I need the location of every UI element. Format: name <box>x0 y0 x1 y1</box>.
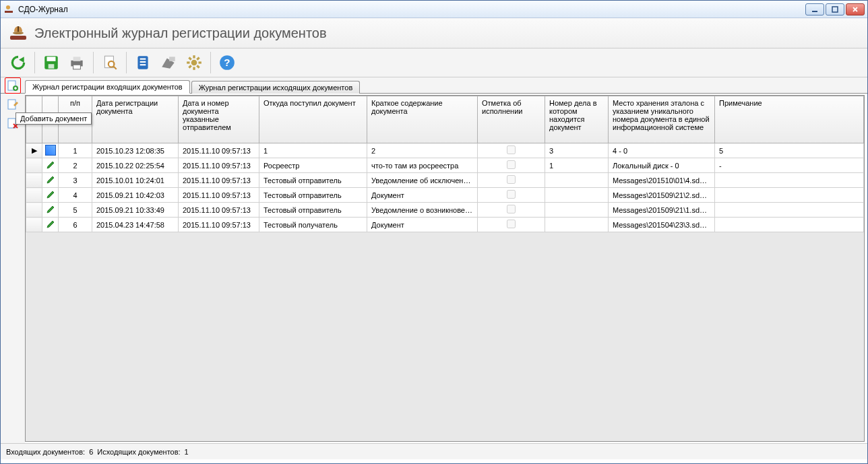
save-button[interactable] <box>39 51 63 75</box>
minimize-button[interactable] <box>805 3 824 15</box>
col-summary[interactable]: Краткое содержание документа <box>367 96 478 143</box>
scan-icon <box>160 54 177 71</box>
cell-edit[interactable] <box>42 173 59 188</box>
exec-checkbox[interactable] <box>507 205 516 213</box>
cell-edit[interactable] <box>42 203 59 218</box>
svg-point-0 <box>6 5 10 9</box>
maximize-button[interactable] <box>826 3 844 15</box>
col-note[interactable]: Примечание <box>715 96 864 143</box>
help-icon: ? <box>218 54 236 71</box>
table-body: ▶12015.10.23 12:08:352015.11.10 09:57:13… <box>26 143 864 232</box>
cell-storage: Messages\201509\21\2.sdo - ... <box>609 188 715 203</box>
cell-reg-date: 2015.10.22 02:25:54 <box>92 158 179 173</box>
cell-from: Тестовый отправитель <box>259 203 367 218</box>
edit-row-icon[interactable] <box>46 178 55 186</box>
cell-edit[interactable] <box>42 188 59 203</box>
table-row[interactable]: 52015.09.21 10:33:492015.11.10 09:57:13Т… <box>26 203 864 218</box>
col-from[interactable]: Откуда поступил документ <box>259 96 367 143</box>
exec-checkbox[interactable] <box>507 220 516 228</box>
cell-storage: Messages\201504\23\3.sdo - ... <box>609 218 715 232</box>
table-row[interactable]: ▶12015.10.23 12:08:352015.11.10 09:57:13… <box>26 143 864 158</box>
help-button[interactable]: ? <box>215 51 239 75</box>
col-reg-date[interactable]: Дата регистрации документа <box>92 96 179 143</box>
exec-checkbox[interactable] <box>507 145 516 154</box>
refresh-button[interactable] <box>6 51 30 75</box>
documents-table[interactable]: п/п Дата регистрации документа Дата и но… <box>26 96 864 232</box>
svg-marker-9 <box>19 57 24 63</box>
svg-rect-6 <box>10 36 26 40</box>
exec-checkbox[interactable] <box>507 175 516 184</box>
cell-edit[interactable] <box>42 218 59 232</box>
exec-checkbox[interactable] <box>507 160 516 169</box>
cell-exec[interactable] <box>478 173 545 188</box>
exec-checkbox[interactable] <box>507 190 516 199</box>
edit-row-icon[interactable] <box>46 163 55 171</box>
cell-from: 1 <box>259 143 367 158</box>
status-incoming-label: Входящих документов: <box>6 448 85 456</box>
settings-button[interactable] <box>182 51 206 75</box>
cell-summary: 2 <box>367 143 478 158</box>
row-pointer <box>26 218 42 232</box>
cell-edit[interactable] <box>42 143 59 158</box>
svg-line-31 <box>189 65 191 67</box>
col-storage[interactable]: Место хранения эталона с указанием уника… <box>609 96 715 143</box>
row-pointer <box>26 203 42 218</box>
cell-exec[interactable] <box>478 143 545 158</box>
print-button[interactable] <box>65 51 89 75</box>
cell-sender-date: 2015.11.10 09:57:13 <box>179 158 259 173</box>
cell-rownum: 1 <box>59 143 92 158</box>
journal-button[interactable] <box>131 51 155 75</box>
scan-button[interactable] <box>156 51 181 75</box>
search-doc-button[interactable] <box>98 51 122 75</box>
edit-row-icon[interactable] <box>46 207 55 216</box>
col-sender-date[interactable]: Дата и номер документа указанные отправи… <box>179 96 259 143</box>
cell-exec[interactable] <box>478 158 545 173</box>
side-toolbar: Добавить документ <box>1 94 25 443</box>
edit-document-button[interactable] <box>5 96 21 112</box>
cell-exec[interactable] <box>478 218 545 232</box>
cell-storage: Messages\201509\21\1.sdo - ... <box>609 203 715 218</box>
cell-rownum: 5 <box>59 203 92 218</box>
titlebar: СДО-Журнал <box>1 1 867 18</box>
cell-exec[interactable] <box>478 203 545 218</box>
tab-incoming[interactable]: Журнал регистрации входящих документов <box>25 80 190 94</box>
table-row[interactable]: 22015.10.22 02:25:542015.11.10 09:57:13Р… <box>26 158 864 173</box>
add-document-tooltip: Добавить документ <box>16 112 92 125</box>
cell-storage: Messages\201510\01\4.sdo - ... <box>609 173 715 188</box>
svg-rect-7 <box>18 26 19 32</box>
grid-container: п/п Дата регистрации документа Дата и но… <box>25 95 865 442</box>
edit-row-icon[interactable] <box>45 145 56 156</box>
svg-point-24 <box>191 60 197 66</box>
edit-row-icon[interactable] <box>46 193 55 201</box>
svg-rect-14 <box>73 57 81 61</box>
table-row[interactable]: 42015.09.21 10:42:032015.11.10 09:57:13Т… <box>26 188 864 203</box>
svg-rect-15 <box>73 65 81 69</box>
add-document-button[interactable] <box>5 77 21 94</box>
svg-rect-23 <box>169 57 175 61</box>
cell-sender-date: 2015.11.10 09:57:13 <box>179 218 259 232</box>
edit-row-icon[interactable] <box>46 222 55 230</box>
window-title: СДО-Журнал <box>18 5 805 14</box>
cell-reg-date: 2015.09.21 10:33:49 <box>92 203 179 218</box>
tabstrip: Журнал регистрации входящих документов Ж… <box>1 77 867 94</box>
status-outgoing-label: Исходящих документов: <box>97 448 180 456</box>
col-exec-mark[interactable]: Отметка об исполнении <box>478 96 545 143</box>
tab-outgoing[interactable]: Журнал регистрации исходящих документов <box>191 81 361 94</box>
col-case-num[interactable]: Номер дела в котором находится документ <box>545 96 609 143</box>
cell-from: Тестовый отправитель <box>259 173 367 188</box>
table-row[interactable]: 32015.10.01 10:24:012015.11.10 09:57:13Т… <box>26 173 864 188</box>
cell-reg-date: 2015.10.01 10:24:01 <box>92 173 179 188</box>
cell-exec[interactable] <box>478 188 545 203</box>
gear-icon <box>185 54 203 71</box>
cell-note <box>715 173 864 188</box>
table-row[interactable]: 62015.04.23 14:47:582015.11.10 09:57:13Т… <box>26 218 864 232</box>
cell-edit[interactable] <box>42 158 59 173</box>
cell-summary: что-то там из росреестра <box>367 158 478 173</box>
cell-summary: Документ <box>367 188 478 203</box>
cell-note: - <box>715 158 864 173</box>
cell-rownum: 2 <box>59 158 92 173</box>
close-button[interactable] <box>846 3 865 15</box>
journal-logo-icon <box>9 24 28 42</box>
svg-line-30 <box>197 65 199 67</box>
svg-point-8 <box>13 32 24 34</box>
